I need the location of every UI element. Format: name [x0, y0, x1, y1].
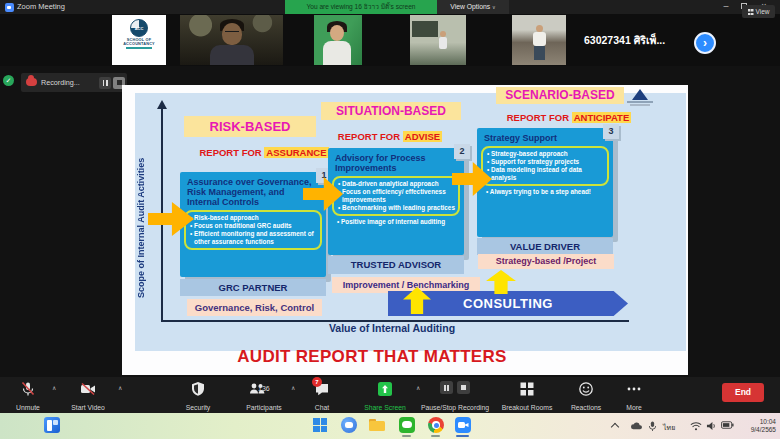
widgets-icon[interactable] [44, 417, 60, 433]
report-for-advise: REPORT FOR ADVISE [320, 131, 460, 142]
camera-off-icon [80, 381, 96, 397]
chrome-icon[interactable] [428, 417, 444, 433]
grid-view-icon [748, 9, 754, 15]
chevron-up-icon[interactable]: ∧ [52, 384, 56, 391]
avatar [533, 32, 546, 46]
open-app-indicator [402, 435, 411, 437]
avatar [225, 31, 239, 34]
strip-governance-risk-control: Governance, Risk, Control [187, 299, 322, 316]
pause-recording-button[interactable] [99, 77, 111, 89]
meeting-toolbar: Unmute ∧ Start Video ∧ Security 136 [0, 377, 780, 413]
video-thumbnail-participant[interactable] [410, 15, 466, 65]
shared-screen-area: ✓ Recording... Scope of Internal Audit A… [0, 66, 780, 377]
number-badge: 3 [603, 124, 619, 139]
bullet-item: Focus on traditional GRC audits [189, 222, 317, 230]
start-button-icon[interactable] [312, 417, 328, 433]
role-grc-partner: GRC PARTNER [180, 279, 326, 296]
chevron-down-icon: ∨ [492, 4, 496, 10]
file-explorer-icon[interactable] [369, 417, 385, 433]
band-risk-based: RISK-BASED [184, 116, 316, 137]
presentation-slide: Scope of Internal Audit Activities RISK-… [122, 85, 688, 375]
video-thumbnail-strip: ACC SCHOOL OF ACCOUNTANCY 63027341 ศิริเ… [0, 14, 780, 66]
chat-unread-badge: 7 [312, 377, 322, 387]
bullet-item: Risk-based approach [189, 214, 317, 222]
end-meeting-button[interactable]: End [722, 383, 764, 402]
video-thumbnail-participant[interactable] [180, 15, 283, 65]
next-participants-button[interactable]: › [694, 32, 716, 54]
y-axis-arrowhead [157, 100, 167, 109]
box-title: Advisory for Process Improvements [328, 148, 464, 175]
window-titlebar: Zoom Meeting You are viewing 16 ธิวาว มี… [0, 0, 780, 14]
wifi-icon[interactable] [690, 421, 702, 431]
bullet-item: Data modeling instead of data analysis [486, 166, 604, 182]
chevron-up-icon[interactable]: ∧ [118, 384, 122, 391]
video-thumbnail-participant[interactable] [314, 15, 362, 65]
start-video-button[interactable]: Start Video [62, 377, 114, 413]
avatar [330, 25, 344, 41]
participants-button[interactable]: 136 Participants [238, 377, 290, 413]
reactions-button[interactable]: Reactions [563, 377, 609, 413]
windows-taskbar: ไทย 10:04 9/4/2565 [0, 413, 780, 439]
highlight-outline: Strategy-based approach Support for stra… [481, 146, 609, 186]
more-button[interactable]: More [613, 377, 655, 413]
view-options-button[interactable]: View Options ∨ [437, 0, 509, 14]
volume-icon[interactable] [706, 421, 717, 431]
avatar [412, 21, 438, 37]
bullet-item: Strategy-based approach [486, 150, 604, 158]
y-axis-label: Scope of Internal Audit Activities [136, 140, 146, 315]
unmute-button[interactable]: Unmute [6, 377, 50, 413]
avatar [222, 23, 242, 45]
chevron-up-icon[interactable]: ∧ [291, 384, 295, 391]
role-trusted-advisor: TRUSTED ADVISOR [328, 256, 464, 274]
emoji-smile-icon [578, 381, 594, 397]
chat-button[interactable]: 7 Chat [302, 377, 342, 413]
video-thumbnail-school-logo[interactable]: ACC SCHOOL OF ACCOUNTANCY [112, 15, 166, 65]
battery-icon[interactable] [721, 421, 734, 429]
tray-microphone-icon[interactable] [648, 421, 657, 432]
security-button[interactable]: Security [175, 377, 221, 413]
bullet-item: Data-driven analytical approach [337, 180, 455, 188]
onedrive-cloud-icon[interactable] [630, 421, 643, 431]
highlight-outline: Risk-based approach Focus on traditional… [184, 210, 322, 250]
pause-icon[interactable] [440, 381, 453, 394]
zoom-app-icon [5, 3, 14, 12]
participants-count: 136 [258, 385, 270, 392]
breakout-rooms-icon [519, 381, 535, 397]
avatar [210, 45, 254, 65]
logo-underline [126, 47, 152, 49]
recording-cloud-icon [26, 78, 37, 86]
strip-improvement-benchmarking: Improvement / Benchmarking [332, 277, 480, 293]
participant-name-tag: 63027341 ศิริเพ็... [584, 28, 692, 52]
role-value-driver: VALUE DRIVER [477, 238, 613, 255]
window-minimize-button[interactable]: – [718, 0, 734, 14]
microphone-muted-icon [20, 381, 36, 397]
video-thumbnail-participant[interactable] [512, 15, 566, 65]
chat-app-icon[interactable] [341, 417, 357, 433]
share-screen-button[interactable]: Share Screen [355, 377, 415, 413]
band-scenario-based: SCENARIO-BASED [496, 87, 624, 104]
avatar [534, 46, 545, 60]
zoom-meeting-window: Zoom Meeting You are viewing 16 ธิวาว มี… [0, 0, 780, 439]
bullet-item: Efficient monitoring and assessment of o… [189, 230, 317, 246]
view-layout-button[interactable]: View [742, 5, 775, 18]
stop-icon[interactable] [457, 381, 470, 394]
viewing-banner: You are viewing 16 ธิวาว มีติ้'s screen [285, 0, 437, 14]
recording-indicator: Recording... [21, 73, 127, 92]
taskbar-clock[interactable]: 10:04 9/4/2565 [742, 418, 776, 434]
tray-expand-chevron-icon[interactable] [612, 422, 619, 429]
breakout-rooms-button[interactable]: Breakout Rooms [497, 377, 557, 413]
advisory-box: 2 Advisory for Process Improvements Data… [328, 148, 464, 255]
bullet-item: Always trying to be a step ahead! [485, 188, 605, 196]
line-app-icon[interactable] [399, 417, 415, 433]
language-indicator[interactable]: ไทย [663, 422, 675, 433]
pause-stop-recording-button[interactable]: Pause/Stop Recording [416, 377, 494, 413]
shield-icon [190, 381, 206, 397]
window-title: Zoom Meeting [17, 0, 65, 14]
zoom-taskbar-icon[interactable] [455, 417, 471, 433]
avatar [323, 41, 351, 65]
slide-footer-title: AUDIT REPORT THAT MATTERS [177, 347, 567, 367]
number-badge: 2 [454, 144, 470, 159]
box-title: Strategy Support [477, 128, 613, 145]
bullet-item: Benchmarking with leading practices [337, 204, 455, 212]
report-for-assurance: REPORT FOR ASSURANCE [184, 147, 344, 158]
